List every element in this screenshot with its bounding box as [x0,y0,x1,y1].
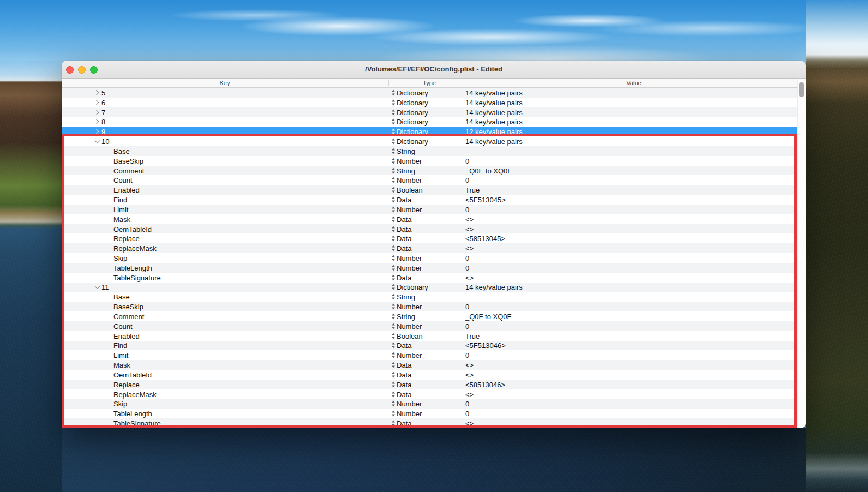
column-header-value[interactable]: Value [626,79,641,87]
row-value[interactable]: <> [465,225,474,233]
row-value[interactable]: <> [465,361,474,369]
table-row[interactable]: Count Number 0 [62,321,798,331]
row-value[interactable]: 0 [465,157,469,165]
row-value[interactable]: _Q0F to XQ0F [465,312,512,320]
row-value[interactable]: <5F513045> [465,196,506,204]
table-row[interactable]: Mask Data <> [62,360,798,370]
column-divider[interactable] [388,80,389,86]
type-stepper-icon[interactable] [392,226,396,232]
table-row[interactable]: 10 Dictionary 14 key/value pairs [62,136,798,146]
row-value[interactable]: 0 [465,322,469,330]
row-value[interactable]: <5F513046> [465,341,506,350]
row-value[interactable]: <> [465,370,474,379]
table-row[interactable]: Comment String _Q0E to XQ0E [62,166,798,176]
type-stepper-icon[interactable] [392,381,396,387]
table-row[interactable]: Base String [62,146,798,156]
type-stepper-icon[interactable] [392,245,396,251]
scrollbar-track[interactable] [797,79,806,428]
row-value[interactable]: True [465,186,480,194]
type-stepper-icon[interactable] [392,294,396,300]
type-stepper-icon[interactable] [392,371,396,377]
table-row[interactable]: Mask Data <> [62,214,798,224]
table-row[interactable]: Enabled Boolean True [62,185,798,195]
type-stepper-icon[interactable] [392,216,396,222]
table-row[interactable]: Count Number 0 [62,175,798,185]
table-row[interactable]: Skip Number 0 [62,399,798,409]
type-stepper-icon[interactable] [392,236,396,242]
column-divider[interactable] [471,80,471,86]
type-stepper-icon[interactable] [392,109,396,115]
type-stepper-icon[interactable] [392,119,396,125]
row-value[interactable]: 14 key/value pairs [465,137,523,146]
column-header-type[interactable]: Type [423,79,436,87]
zoom-button[interactable] [90,66,98,74]
row-value[interactable]: <> [465,215,474,223]
row-value[interactable]: <> [465,273,474,281]
minimize-button[interactable] [78,66,86,74]
type-stepper-icon[interactable] [392,255,396,261]
type-stepper-icon[interactable] [392,89,396,95]
type-stepper-icon[interactable] [392,197,396,203]
table-row[interactable]: OemTableId Data <> [62,370,798,380]
table-row[interactable]: Enabled Boolean True [62,331,798,341]
row-value[interactable]: <58513045> [465,235,505,243]
table-row[interactable]: Limit Number 0 [62,205,798,214]
type-stepper-icon[interactable] [392,177,396,183]
window-titlebar[interactable]: /Volumes/EFI/EFI/OC/config.plist - Edite… [62,61,806,79]
type-stepper-icon[interactable] [392,158,396,164]
type-stepper-icon[interactable] [392,362,396,368]
disclosure-triangle-icon[interactable] [94,129,99,134]
type-stepper-icon[interactable] [392,304,396,310]
disclosure-triangle-icon[interactable] [94,90,99,95]
type-stepper-icon[interactable] [392,99,396,105]
row-value[interactable]: 0 [465,205,469,213]
table-row[interactable]: OemTableId Data <> [62,224,798,234]
row-value[interactable]: 0 [465,254,469,262]
type-stepper-icon[interactable] [392,274,396,280]
type-stepper-icon[interactable] [392,421,396,427]
table-row[interactable]: Limit Number 0 [62,350,798,360]
row-value[interactable]: 14 key/value pairs [465,283,523,291]
table-row[interactable]: Find Data <5F513046> [62,341,798,351]
row-value[interactable]: 0 [465,351,469,359]
disclosure-triangle-icon[interactable] [94,119,99,124]
table-row[interactable]: BaseSkip Number 0 [62,156,798,166]
disclosure-triangle-icon[interactable] [94,100,99,105]
table-row[interactable]: TableSignature Data <> [62,418,798,428]
type-stepper-icon[interactable] [392,333,396,339]
type-stepper-icon[interactable] [392,284,396,290]
type-stepper-icon[interactable] [392,265,396,271]
table-row[interactable]: 6 Dictionary 14 key/value pairs [62,98,798,107]
row-value[interactable]: 0 [465,400,469,408]
row-value[interactable]: <> [465,390,474,398]
type-stepper-icon[interactable] [392,391,396,397]
row-value[interactable]: 0 [465,410,469,418]
row-value[interactable]: <58513046> [465,380,505,388]
close-button[interactable] [66,66,74,74]
row-value[interactable]: 14 key/value pairs [465,108,523,116]
type-stepper-icon[interactable] [392,313,396,319]
table-row[interactable]: BaseSkip Number 0 [62,302,798,311]
table-row[interactable]: 5 Dictionary 14 key/value pairs [62,88,798,98]
type-stepper-icon[interactable] [392,167,396,173]
table-row[interactable]: Skip Number 0 [62,253,798,263]
type-stepper-icon[interactable] [392,139,396,145]
row-value[interactable]: 0 [465,303,469,311]
type-stepper-icon[interactable] [392,352,396,358]
type-stepper-icon[interactable] [392,129,396,135]
table-row[interactable]: Replace Data <58513045> [62,233,798,243]
row-value[interactable]: 12 key/value pairs [465,128,523,136]
type-stepper-icon[interactable] [392,148,396,154]
table-row[interactable]: Replace Data <58513046> [62,380,798,389]
row-value[interactable]: True [465,332,480,340]
scrollbar-thumb[interactable] [799,82,804,97]
row-value[interactable]: <> [465,244,474,253]
row-value[interactable]: _Q0E to XQ0E [465,166,512,175]
type-stepper-icon[interactable] [392,323,396,329]
type-stepper-icon[interactable] [392,401,396,407]
row-value[interactable]: 14 key/value pairs [465,98,523,106]
table-row[interactable]: Base String [62,292,798,302]
table-row[interactable]: 9 Dictionary 12 key/value pairs [62,127,798,136]
table-row[interactable]: TableLength Number 0 [62,409,798,418]
table-row[interactable]: 11 Dictionary 14 key/value pairs [62,283,798,292]
